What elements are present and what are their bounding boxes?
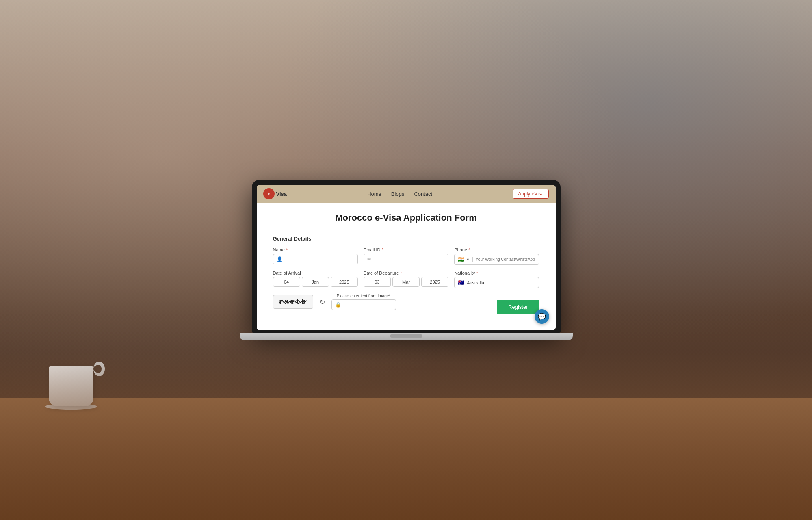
- nationality-label: Nationality *: [454, 271, 539, 275]
- captcha-register-row: rxetb ↻ Please enter text from Image* 🔒 …: [273, 294, 539, 314]
- arrival-year[interactable]: 2025: [331, 277, 358, 287]
- brand-logo: e: [263, 188, 275, 199]
- chat-icon: 💬: [538, 313, 546, 321]
- captcha-label: Please enter text from Image*: [337, 294, 390, 298]
- email-input-wrapper: ✉: [364, 254, 448, 264]
- register-button[interactable]: Register: [497, 300, 539, 314]
- brand: e Visa: [263, 188, 287, 199]
- chat-bubble-button[interactable]: 💬: [535, 309, 549, 324]
- scene: e Visa Home Blogs Contact: [0, 0, 812, 520]
- form-row-1: Name * 👤 Email ID *: [273, 247, 539, 265]
- name-input[interactable]: [285, 257, 354, 262]
- phone-input[interactable]: [476, 257, 535, 262]
- name-group: Name * 👤: [273, 247, 358, 265]
- form-title: Morocco e-Visa Application Form: [273, 212, 539, 228]
- departure-month[interactable]: Mar: [392, 277, 420, 287]
- section-label: General Details: [273, 236, 539, 242]
- email-label: Email ID *: [364, 247, 448, 252]
- nationality-value: Australia: [467, 280, 484, 285]
- nationality-group: Nationality * 🇦🇺 Australia: [454, 271, 539, 288]
- phone-flag: 🇮🇳: [458, 256, 464, 262]
- phone-input-wrapper: 🇮🇳 ▼: [454, 254, 539, 265]
- name-input-wrapper: 👤: [273, 254, 358, 264]
- arrival-group: Date of Arrival * 04 Jan 2025: [273, 271, 358, 288]
- departure-label: Date of Departure *: [364, 271, 448, 275]
- phone-dropdown-icon[interactable]: ▼: [466, 258, 470, 262]
- nav-blogs[interactable]: Blogs: [391, 190, 405, 197]
- captcha-section: rxetb ↻ Please enter text from Image* 🔒: [273, 294, 396, 310]
- screen-inner: e Visa Home Blogs Contact: [257, 185, 556, 330]
- coffee-cup: [49, 349, 97, 406]
- email-input[interactable]: [374, 257, 445, 262]
- laptop-screen-frame: e Visa Home Blogs Contact: [252, 180, 561, 333]
- phone-group: Phone * 🇮🇳 ▼: [454, 247, 539, 265]
- form-row-2: Date of Arrival * 04 Jan 2025 Date o: [273, 271, 539, 288]
- arrival-month[interactable]: Jan: [302, 277, 329, 287]
- captcha-image: rxetb: [273, 295, 313, 309]
- departure-date-inputs: 03 Mar 2025: [364, 277, 448, 287]
- email-icon: ✉: [367, 256, 371, 262]
- captcha-input-wrapper: 🔒: [331, 299, 396, 310]
- nationality-flag: 🇦🇺: [458, 280, 464, 286]
- laptop: e Visa Home Blogs Contact: [240, 180, 573, 340]
- laptop-base: [240, 333, 573, 340]
- arrival-date-inputs: 04 Jan 2025: [273, 277, 358, 287]
- phone-label: Phone *: [454, 247, 539, 252]
- departure-year[interactable]: 2025: [421, 277, 448, 287]
- captcha-input[interactable]: [344, 302, 392, 307]
- captcha-input-group: Please enter text from Image* 🔒: [331, 294, 396, 310]
- arrival-day[interactable]: 04: [273, 277, 300, 287]
- nav-links: Home Blogs Contact: [367, 190, 432, 197]
- nav-contact[interactable]: Contact: [414, 190, 432, 197]
- brand-name: Visa: [276, 191, 287, 197]
- nav-home[interactable]: Home: [367, 190, 381, 197]
- brand-logo-text: e: [268, 192, 270, 196]
- departure-group: Date of Departure * 03 Mar 2025: [364, 271, 448, 288]
- captcha-refresh-button[interactable]: ↻: [320, 298, 325, 306]
- form-area: Morocco e-Visa Application Form General …: [257, 203, 556, 330]
- user-icon: 👤: [277, 256, 283, 262]
- apply-evisa-button[interactable]: Apply eVisa: [513, 189, 549, 199]
- nationality-input-wrapper[interactable]: 🇦🇺 Australia: [454, 277, 539, 288]
- lock-icon: 🔒: [335, 302, 341, 308]
- phone-separator: [472, 257, 473, 262]
- email-group: Email ID * ✉: [364, 247, 448, 265]
- navbar: e Visa Home Blogs Contact: [257, 185, 556, 203]
- name-label: Name *: [273, 247, 358, 252]
- departure-day[interactable]: 03: [364, 277, 391, 287]
- arrival-label: Date of Arrival *: [273, 271, 358, 275]
- table-surface: [0, 398, 812, 520]
